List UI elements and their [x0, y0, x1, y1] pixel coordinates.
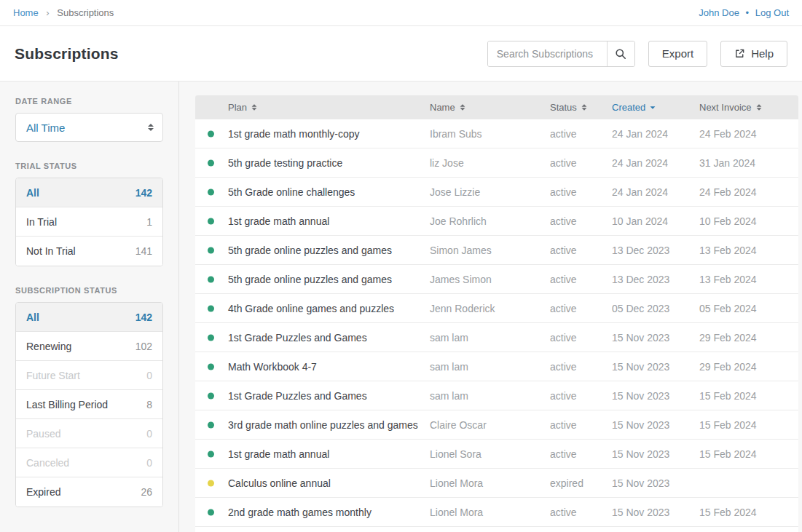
filter-count: 141 — [135, 245, 152, 257]
status-cell: active — [550, 361, 612, 373]
status-dot-active-icon — [208, 305, 214, 311]
filter-label: Paused — [26, 428, 60, 440]
status-cell: active — [550, 507, 612, 518]
table-row[interactable]: Calculus online annualLionel Moraexpired… — [195, 469, 798, 498]
subscription-status-group: SUBSCRIPTION STATUS All142Renewing102Fut… — [15, 286, 163, 507]
plan-cell: 5th grade online puzzles and games — [195, 274, 430, 285]
content-area: PlanNameStatusCreatedNext Invoice 1st gr… — [179, 82, 802, 532]
subscription-status-filter-last-billing-period[interactable]: Last Billing Period8 — [16, 390, 162, 419]
subscription-status-filter-renewing[interactable]: Renewing102 — [16, 332, 162, 361]
filter-count: 8 — [146, 399, 152, 410]
table-row[interactable]: 1st grade math annualJoe Rohrlichactive1… — [195, 207, 798, 236]
column-header-plan[interactable]: Plan — [195, 102, 430, 113]
column-header-name[interactable]: Name — [430, 102, 550, 113]
name-cell: sam lam — [430, 390, 550, 402]
column-header-label: Status — [550, 102, 577, 113]
filter-label: All — [26, 311, 39, 323]
status-dot-active-icon — [208, 363, 214, 370]
subscriptions-table: PlanNameStatusCreatedNext Invoice 1st gr… — [195, 95, 798, 532]
status-dot-active-icon — [208, 159, 214, 166]
page-title: Subscriptions — [15, 45, 119, 63]
logout-link[interactable]: Log Out — [755, 7, 789, 18]
filter-count: 1 — [146, 216, 152, 228]
sort-both-icon — [581, 104, 587, 111]
status-cell: active — [550, 448, 612, 460]
sort-both-icon — [756, 104, 762, 111]
table-row[interactable]: 5th grade online puzzles and gamesJames … — [195, 265, 798, 294]
created-cell: 15 Nov 2023 — [612, 448, 699, 460]
search-icon — [615, 48, 626, 60]
table-row[interactable]: 1st grade math annualLionel Soraactive15… — [195, 440, 798, 469]
search-button[interactable] — [607, 41, 634, 66]
next-invoice-cell: 15 Feb 2024 — [699, 448, 798, 460]
table-row[interactable]: 5th Grade online challengesJose Lizzieac… — [195, 178, 798, 207]
breadcrumb-bar: Home › Subscriptions John Doe • Log Out — [0, 0, 802, 26]
sort-both-icon — [460, 104, 465, 111]
date-range-select[interactable]: All Time — [15, 113, 163, 142]
created-cell: 13 Dec 2023 — [612, 274, 699, 285]
subscription-status-filter-future-start: Future Start0 — [16, 361, 162, 390]
status-dot-active-icon — [208, 188, 214, 195]
chevron-updown-icon — [148, 124, 154, 131]
name-cell: Joe Rohrlich — [430, 215, 550, 227]
export-button[interactable]: Export — [648, 41, 707, 67]
help-button[interactable]: Help — [720, 41, 787, 67]
page-header: Subscriptions Export Help — [0, 26, 802, 82]
next-invoice-cell: 24 Feb 2024 — [699, 186, 798, 198]
name-cell: Jenn Roderick — [430, 303, 550, 314]
column-header-label: Next Invoice — [699, 102, 752, 113]
plan-cell: 5th grade online puzzles and games — [195, 245, 430, 256]
breadcrumb: Home › Subscriptions — [13, 7, 114, 18]
table-row[interactable]: 1st grade math monthly-copyIbram Subsact… — [195, 119, 798, 148]
created-cell: 15 Nov 2023 — [612, 390, 699, 402]
name-cell: Simon James — [430, 245, 550, 256]
column-header-next-invoice[interactable]: Next Invoice — [699, 102, 798, 113]
search-input[interactable] — [488, 41, 607, 66]
column-header-status[interactable]: Status — [550, 102, 612, 113]
status-cell: active — [550, 419, 612, 431]
name-cell: sam lam — [430, 332, 550, 344]
table-row[interactable]: 5th grade testing practiceliz Joseactive… — [195, 148, 798, 178]
main-area: DATE RANGE All Time TRIAL STATUS All142I… — [0, 82, 802, 532]
table-row[interactable]: 2nd grade math games monthlyLionel Moraa… — [195, 498, 798, 527]
subscription-status-filter-all[interactable]: All142 — [16, 303, 162, 332]
subscription-status-filter-canceled: Canceled0 — [16, 448, 162, 477]
filter-label: Renewing — [26, 341, 71, 352]
filter-label: In Trial — [26, 216, 57, 228]
name-cell: Jose Lizzie — [430, 186, 550, 198]
status-cell: active — [550, 157, 612, 169]
date-range-label: DATE RANGE — [15, 97, 163, 106]
next-invoice-cell: 29 Feb 2024 — [699, 361, 798, 373]
trial-status-filter-not-in-trial[interactable]: Not In Trial141 — [16, 237, 162, 266]
next-invoice-cell: 13 Feb 2024 — [699, 245, 798, 256]
trial-status-label: TRIAL STATUS — [15, 162, 163, 170]
created-cell: 15 Nov 2023 — [612, 419, 699, 431]
help-button-label: Help — [751, 47, 774, 60]
plan-cell: 1st grade math annual — [195, 215, 430, 227]
status-cell: active — [550, 215, 612, 227]
table-row[interactable]: 1st Grade Puzzles and Gamessam lamactive… — [195, 323, 798, 352]
user-name-link[interactable]: John Doe — [699, 7, 739, 18]
table-row[interactable]: 3rd grade math online puzzles and gamesC… — [195, 410, 798, 440]
created-cell: 13 Dec 2023 — [612, 245, 699, 256]
breadcrumb-home-link[interactable]: Home — [13, 7, 39, 18]
user-menu: John Doe • Log Out — [699, 7, 789, 18]
next-invoice-cell: 15 Feb 2024 — [699, 507, 798, 518]
table-row[interactable]: 5th grade online puzzles and gamesSimon … — [195, 236, 798, 265]
external-link-icon — [734, 48, 745, 59]
next-invoice-cell: 31 Jan 2024 — [699, 157, 798, 169]
subscription-status-filter-paused: Paused0 — [16, 419, 162, 448]
table-row[interactable]: Math Workbook 4-7sam lamactive15 Nov 202… — [195, 352, 798, 381]
trial-status-filter-all[interactable]: All142 — [16, 178, 162, 207]
filter-count: 102 — [135, 341, 152, 352]
created-cell: 24 Jan 2024 — [612, 128, 699, 140]
name-cell: Lionel Mora — [430, 477, 550, 489]
filter-count: 142 — [135, 311, 152, 323]
plan-cell: 1st Grade Puzzles and Games — [195, 390, 430, 402]
table-row[interactable]: 4th Grade online games and puzzlesJenn R… — [195, 294, 798, 323]
trial-status-filter-in-trial[interactable]: In Trial1 — [16, 207, 162, 237]
column-header-created[interactable]: Created — [612, 102, 699, 113]
table-row[interactable]: 1st Grade Puzzles and Gamessam lamactive… — [195, 381, 798, 410]
created-cell: 24 Jan 2024 — [612, 186, 699, 198]
subscription-status-filter-expired[interactable]: Expired26 — [16, 477, 162, 507]
